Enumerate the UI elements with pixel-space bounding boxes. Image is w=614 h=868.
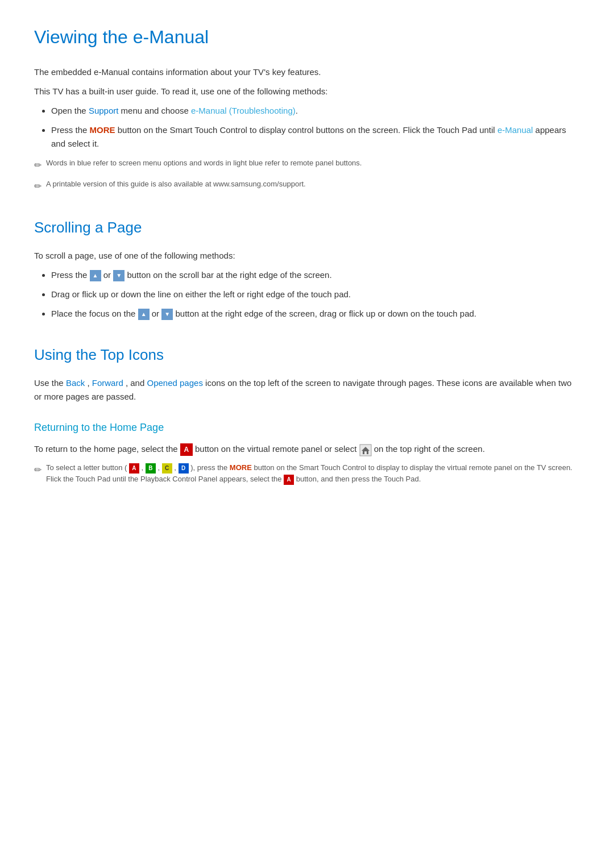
top-icons-intro: Use the Back , Forward , and Opened page…: [34, 376, 580, 404]
note-icon-2: ✏: [34, 179, 42, 194]
note-icon-1: ✏: [34, 158, 42, 173]
scroll-up-btn: ▲: [90, 270, 101, 281]
returning-home-intro-after: on the top right of the screen.: [374, 444, 485, 454]
scrolling-bullet-1-text-after: button on the scroll bar at the right ed…: [127, 270, 331, 280]
note-btn-c: C: [162, 463, 172, 474]
note-icon-3: ✏: [34, 463, 42, 477]
top-icons-intro-before: Use the: [34, 378, 66, 388]
note-1: ✏ Words in blue refer to screen menu opt…: [34, 157, 580, 173]
intro-bullet-2: Press the MORE button on the Smart Touch…: [51, 123, 580, 151]
note-btn-a: A: [129, 463, 139, 474]
intro-bullet-list: Open the Support menu and choose e-Manua…: [51, 104, 580, 151]
svg-rect-2: [364, 451, 367, 454]
returning-home-intro-before: To return to the home page, select the: [34, 444, 180, 454]
emanual-troubleshooting-link[interactable]: e-Manual (Troubleshooting): [191, 106, 296, 115]
scrolling-intro: To scroll a page, use of one of the foll…: [34, 249, 580, 263]
scroll-down-btn-2: ▼: [161, 309, 173, 320]
back-link[interactable]: Back: [66, 378, 85, 388]
note-more-label: MORE: [230, 463, 252, 472]
page-title: Viewing the e-Manual: [34, 23, 580, 52]
support-link[interactable]: Support: [89, 106, 119, 115]
intro-bullet-2-text-middle: button on the Smart Touch Control to dis…: [115, 125, 497, 135]
scrolling-bullet-1: Press the ▲ or ▼ button on the scroll ba…: [51, 268, 580, 282]
returning-home-subtitle: Returning to the Home Page: [34, 420, 580, 436]
a-button: A: [180, 443, 193, 456]
scroll-down-btn: ▼: [113, 270, 125, 281]
scrolling-bullet-1-text-before: Press the: [51, 270, 90, 280]
opened-pages-link[interactable]: Opened pages: [147, 378, 202, 388]
note-text-middle: ), press the: [190, 463, 230, 472]
note-text-sep2: ,: [157, 463, 161, 472]
note-btn-d: D: [179, 463, 189, 474]
more-button-label: MORE: [90, 125, 115, 135]
intro-bullet-1-text-before: Open the: [51, 106, 89, 115]
note-text-before: To select a letter button (: [46, 463, 127, 472]
scrolling-bullet-3: Place the focus on the ▲ or ▼ button at …: [51, 307, 580, 321]
note-text-sep3: ,: [174, 463, 178, 472]
note-btn-a-end: A: [284, 475, 294, 485]
top-icons-section-title: Using the Top Icons: [34, 343, 580, 367]
scrolling-bullet-3-text-before: Place the focus on the: [51, 309, 138, 318]
scrolling-bullet-3-text-after: button at the right edge of the screen, …: [175, 309, 476, 318]
returning-home-note: ✏ To select a letter button ( A , B , C …: [34, 462, 580, 484]
intro-text-1: The embedded e-Manual contains informati…: [34, 65, 580, 79]
note-text-2: A printable version of this guide is als…: [46, 178, 306, 190]
intro-text-2: This TV has a built-in user guide. To re…: [34, 85, 580, 98]
scrolling-or-text-2: or: [152, 309, 162, 318]
note-text-1: Words in blue refer to screen menu optio…: [46, 157, 362, 169]
intro-bullet-1-text-middle: menu and choose: [118, 106, 191, 115]
top-icons-comma-1: ,: [87, 378, 92, 388]
scroll-up-btn-2: ▲: [138, 309, 150, 320]
returning-home-note-text: To select a letter button ( A , B , C , …: [46, 462, 580, 484]
scrolling-bullet-2: Drag or flick up or down the line on eit…: [51, 288, 580, 301]
note-btn-b: B: [146, 463, 156, 474]
intro-bullet-1-text-after: .: [296, 106, 298, 115]
note-2: ✏ A printable version of this guide is a…: [34, 178, 580, 194]
home-icon: [359, 443, 372, 456]
emanual-link[interactable]: e-Manual: [497, 125, 533, 135]
top-icons-comma-2: , and: [126, 378, 147, 388]
note-text-end: button, and then press the Touch Pad.: [296, 475, 421, 483]
scrolling-or-text: or: [103, 270, 114, 280]
scrolling-bullet-list: Press the ▲ or ▼ button on the scroll ba…: [51, 268, 580, 321]
note-text-sep1: ,: [142, 463, 146, 472]
intro-bullet-2-text-before: Press the: [51, 125, 90, 135]
returning-home-intro: To return to the home page, select the A…: [34, 442, 580, 456]
scrolling-section-title: Scrolling a Page: [34, 216, 580, 240]
intro-bullet-1: Open the Support menu and choose e-Manua…: [51, 104, 580, 118]
returning-home-intro-middle: button on the virtual remote panel or se…: [195, 444, 359, 454]
forward-link[interactable]: Forward: [92, 378, 123, 388]
